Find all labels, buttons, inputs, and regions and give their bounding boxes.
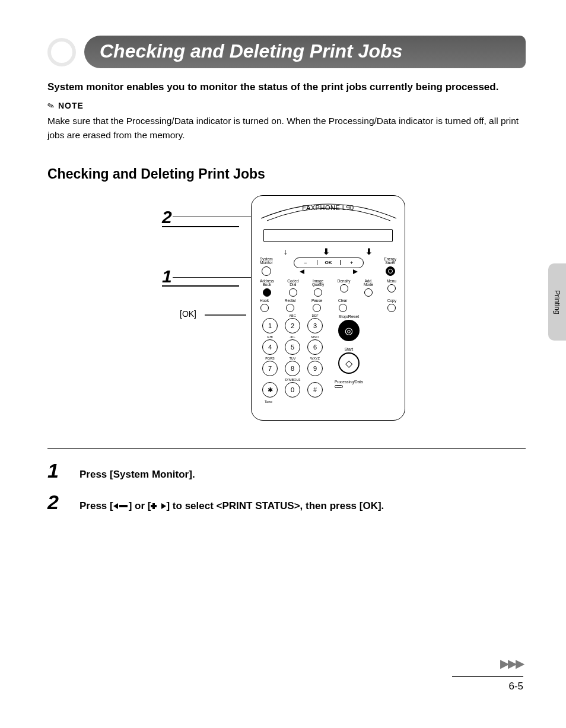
section-heading: Checking and Deleting Print Jobs	[47, 166, 526, 182]
left-minus-icon	[113, 502, 129, 510]
divider	[47, 448, 526, 449]
start-button[interactable]: ◇	[338, 352, 360, 374]
menu-label: Menu	[387, 279, 396, 284]
intro-text: System monitor enables you to monitor th…	[47, 79, 526, 96]
nav-bar[interactable]: − OK +	[294, 257, 364, 268]
processing-data-indicator: Processing/Data	[335, 380, 363, 388]
energy-saver-label: Energy Saver	[384, 257, 396, 265]
energy-saver-button[interactable]: Energy Saver	[384, 257, 396, 276]
copy-label: Copy	[387, 299, 396, 303]
key-2-sup: ABC	[289, 314, 295, 317]
svg-marker-3	[113, 503, 118, 509]
stop-icon: ◎	[345, 325, 353, 336]
key-star-label: ✱	[268, 386, 273, 394]
key-7-sup: PQRS	[265, 357, 275, 360]
processing-led-icon	[335, 385, 343, 388]
control-panel: FAXPHONE L90 ↓ ⬇ ⬇ System Monitor − OK	[251, 195, 405, 421]
numeric-keypad: 1 ABC2 DEF3 GHI4 JKL5 MNO6 PQRS7 TUV8 WX…	[262, 318, 324, 399]
hook-button[interactable]: Hook	[260, 299, 269, 313]
redial-label: Redial	[285, 299, 295, 303]
continue-icon: ▶▶▶	[452, 656, 523, 670]
arrow-down-icon: ⬇	[323, 247, 330, 256]
redial-button[interactable]: Redial	[285, 299, 295, 313]
tone-label: Tone	[265, 400, 324, 403]
key-star[interactable]: ✱	[262, 382, 278, 398]
key-0-sup: SYMBOLS	[285, 378, 301, 382]
nav-minus[interactable]: −	[294, 260, 317, 266]
add-mode-label: Add. Mode	[364, 279, 373, 287]
key-4[interactable]: GHI4	[262, 339, 278, 355]
key-6[interactable]: MNO6	[307, 339, 323, 355]
key-9[interactable]: WXYZ9	[307, 361, 323, 376]
note-label: NOTE	[58, 101, 84, 110]
pause-button[interactable]: Pause	[311, 299, 322, 313]
callout-1: 1	[162, 266, 239, 287]
step-1: 1 Press [System Monitor].	[47, 459, 526, 482]
key-hash-label: #	[313, 386, 317, 393]
key-6-sup: MNO	[311, 335, 319, 339]
key-2[interactable]: ABC2	[285, 318, 300, 333]
key-1[interactable]: 1	[262, 318, 278, 333]
key-4-label: 4	[268, 344, 272, 351]
stop-reset-label: Stop/Reset	[338, 314, 360, 319]
step-2-mid: ] or [	[129, 500, 151, 511]
title-row: Checking and Deleting Print Jobs	[47, 36, 526, 68]
nav-ok[interactable]: OK	[317, 260, 341, 265]
system-monitor-button[interactable]: System Monitor	[260, 257, 273, 276]
key-5[interactable]: JKL5	[285, 339, 300, 355]
svg-rect-6	[152, 503, 155, 509]
page-number: 6-5	[452, 681, 523, 692]
step-2-post: ] to select <PRINT STATUS>, then press […	[166, 500, 384, 511]
stop-reset-button[interactable]: ◎	[338, 320, 360, 341]
coded-dial-button[interactable]: Coded Dial	[287, 279, 298, 297]
device-illustration: 2 1 [OK] FAXPHONE L90 ↓ ⬇	[162, 195, 411, 433]
key-7-label: 7	[268, 365, 272, 372]
add-mode-button[interactable]: Add. Mode	[364, 279, 373, 297]
address-book-button[interactable]: Address Book	[260, 279, 274, 297]
svg-marker-1	[300, 269, 304, 274]
key-6-label: 6	[313, 344, 317, 351]
key-8-label: 8	[291, 365, 294, 372]
leader-line-ok	[205, 314, 246, 326]
page-footer: ▶▶▶ 6-5	[452, 656, 523, 692]
page-title: Checking and Deleting Print Jobs	[84, 36, 526, 68]
step-1-number: 1	[47, 459, 65, 482]
nav-plus[interactable]: +	[341, 260, 363, 266]
callout-ok: [OK]	[180, 309, 196, 319]
key-7[interactable]: PQRS7	[262, 361, 278, 376]
callout-2-num: 2	[162, 207, 172, 227]
svg-marker-2	[353, 269, 358, 274]
note-body: Make sure that the Processing/Data indic…	[47, 114, 526, 142]
step-2: 2 Press [] or [] to select <PRINT STATUS…	[47, 491, 526, 514]
lcd-screen	[263, 229, 393, 242]
copy-button[interactable]: Copy	[387, 299, 396, 313]
step-2-text: Press [] or [] to select <PRINT STATUS>,…	[80, 500, 384, 512]
processing-data-label: Processing/Data	[335, 380, 363, 384]
key-0-label: 0	[291, 386, 294, 393]
density-button[interactable]: Density	[338, 279, 351, 293]
key-3[interactable]: DEF3	[307, 318, 323, 333]
title-bullet	[47, 38, 76, 66]
density-label: Density	[338, 279, 351, 284]
clear-label: Clear	[338, 299, 348, 303]
callout-1-num: 1	[162, 266, 172, 286]
key-8[interactable]: TUV8	[285, 361, 300, 376]
coded-dial-label: Coded Dial	[287, 279, 298, 287]
image-quality-button[interactable]: Image Quality	[312, 279, 324, 297]
key-hash[interactable]: #	[307, 382, 323, 398]
key-9-label: 9	[313, 365, 317, 372]
svg-rect-4	[119, 505, 128, 507]
start-icon: ◇	[345, 358, 352, 369]
step-1-text: Press [System Monitor].	[80, 469, 195, 481]
device-brand: FAXPHONE L90	[257, 204, 399, 211]
plus-right-icon	[151, 502, 166, 510]
key-5-label: 5	[291, 344, 294, 351]
start-label: Start	[338, 347, 360, 351]
nav-row: System Monitor − OK + Energy Saver	[260, 257, 396, 276]
key-3-label: 3	[313, 322, 317, 329]
arrow-down-icon: ↓	[284, 247, 288, 256]
hook-label: Hook	[260, 299, 269, 303]
clear-button[interactable]: Clear	[338, 299, 348, 313]
menu-button[interactable]: Menu	[387, 279, 396, 293]
key-0[interactable]: SYMBOLS0	[285, 382, 300, 398]
